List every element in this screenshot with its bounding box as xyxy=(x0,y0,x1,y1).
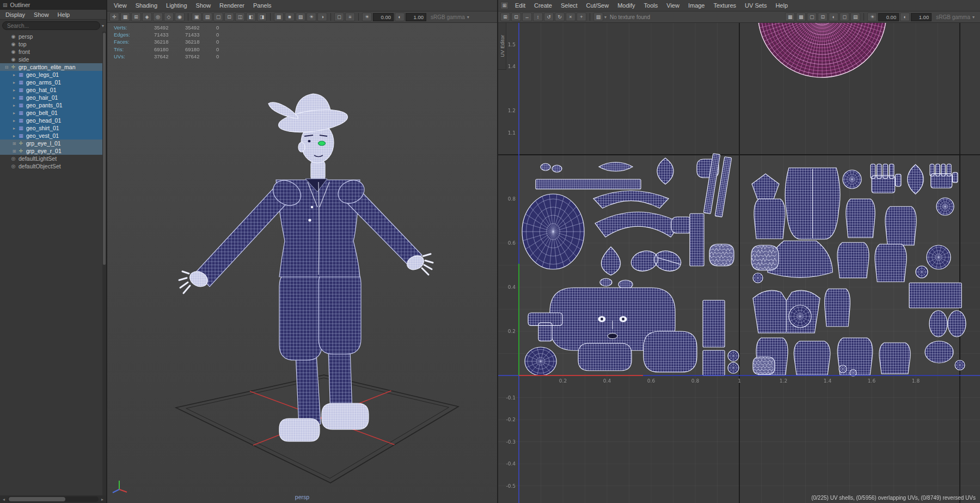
outliner-item-geo-shirt-01[interactable]: ▸▦geo_shirt_01 xyxy=(0,124,106,132)
outliner-item-top[interactable]: ◉top xyxy=(0,40,106,48)
show-manipulator-icon[interactable]: ✛ xyxy=(109,13,119,21)
uv-canvas-area[interactable]: UV Editor (0/225) UV shells, (0/5956) ov… xyxy=(498,23,980,503)
make-live-icon[interactable]: ◉ xyxy=(175,13,185,21)
shape-expander-icon[interactable]: ▸ xyxy=(11,72,17,77)
viewport-menu-lighting[interactable]: Lighting xyxy=(162,2,192,9)
film-gate-icon[interactable]: ◫ xyxy=(235,13,245,21)
gamma-field[interactable] xyxy=(406,13,426,21)
outliner-item-grp-cartton-elite-man[interactable]: ⊟✛grp_cartton_elite_man xyxy=(0,63,106,71)
viewport-menu-renderer[interactable]: Renderer xyxy=(215,2,249,9)
shape-expander-icon[interactable]: ▸ xyxy=(11,111,17,116)
uv-shaded-icon[interactable]: ▦ xyxy=(785,13,795,21)
sew-uv-icon[interactable]: + xyxy=(577,13,586,21)
view-transform-select[interactable]: sRGB gamma ▾ xyxy=(427,14,473,20)
outliner-menu-show[interactable]: Show xyxy=(29,11,53,19)
texture-dropdown-icon[interactable]: ▾ xyxy=(604,15,607,20)
scroll-right-icon[interactable]: ▸ xyxy=(100,497,105,502)
uv-gamma-field[interactable] xyxy=(911,13,932,21)
cut-uv-icon[interactable]: × xyxy=(566,13,575,21)
snap-point-icon[interactable]: ◎ xyxy=(153,13,163,21)
outliner-item-defaultobjectset[interactable]: ◎defaultObjectSet xyxy=(0,162,106,170)
outliner-item-geo-belt-01[interactable]: ▸▦geo_belt_01 xyxy=(0,109,106,117)
expander-icon[interactable]: ⊟ xyxy=(3,65,10,70)
scroll-left-icon[interactable]: ◂ xyxy=(1,497,7,502)
outliner-vscrollbar[interactable] xyxy=(102,32,106,495)
viewport-canvas[interactable] xyxy=(107,23,497,503)
camera-attributes-icon[interactable]: ▣ xyxy=(192,13,201,21)
shape-expander-icon[interactable]: ▸ xyxy=(11,126,17,131)
scrollbar-track[interactable] xyxy=(8,496,99,502)
pan-zoom-icon[interactable]: ⊡ xyxy=(224,13,234,21)
xray-icon[interactable]: ≡ xyxy=(345,13,355,21)
viewport-menu-panels[interactable]: Panels xyxy=(249,2,276,9)
snap-grid-icon[interactable]: ⊞ xyxy=(131,13,141,21)
textured-icon[interactable]: ▨ xyxy=(296,13,305,21)
shape-expander-icon[interactable]: ▸ xyxy=(11,134,17,138)
shadows-icon[interactable]: ◑ xyxy=(317,13,327,21)
scrollbar-thumb[interactable] xyxy=(103,33,106,265)
uv-isolate-icon[interactable]: ◻ xyxy=(840,13,849,21)
exposure-field[interactable] xyxy=(373,13,394,21)
uv-menu-view[interactable]: View xyxy=(662,2,684,9)
outliner-search-input[interactable] xyxy=(2,21,100,30)
uv-menu-select[interactable]: Select xyxy=(556,2,582,9)
expander-icon[interactable]: ⊞ xyxy=(11,149,17,154)
viewport-canvas-area[interactable]: Verts:35492354920Edges:71433714330Faces:… xyxy=(107,23,497,503)
shaded-icon[interactable]: ■ xyxy=(285,13,295,21)
uv-menu-cut-sew[interactable]: Cut/Sew xyxy=(582,2,614,9)
outliner-menu-help[interactable]: Help xyxy=(53,11,75,19)
viewport-menu-view[interactable]: View xyxy=(109,2,131,9)
outliner-item-geo-hair-01[interactable]: ▸▦geo_hair_01 xyxy=(0,94,106,101)
checker-map-icon[interactable]: ▨ xyxy=(593,13,603,21)
rotate-cw-icon[interactable]: ↻ xyxy=(555,13,565,21)
expander-icon[interactable]: ⊞ xyxy=(11,141,17,146)
snap-plane-icon[interactable]: ◇ xyxy=(164,13,174,21)
isolate-select-icon[interactable]: ◻ xyxy=(334,13,344,21)
exposure-icon[interactable]: ☀ xyxy=(867,13,877,21)
gamma-icon[interactable]: ◐ xyxy=(900,13,910,21)
search-filter-dropdown-icon[interactable]: ▾ xyxy=(102,23,104,28)
viewport-menu-shading[interactable]: Shading xyxy=(131,2,162,9)
uv-editor-side-tab[interactable]: UV Editor xyxy=(498,23,506,70)
gamma-icon[interactable]: ◐ xyxy=(395,13,405,21)
uv-pixel-snap-icon[interactable]: ⊡ xyxy=(818,13,828,21)
outliner-item-geo-legs-01[interactable]: ▸▦geo_legs_01 xyxy=(0,71,106,78)
uv-menu-uv-sets[interactable]: UV Sets xyxy=(740,2,771,9)
resolution-gate-icon[interactable]: ◧ xyxy=(246,13,256,21)
outliner-item-geo-hat-01[interactable]: ▸▦geo_hat_01 xyxy=(0,86,106,94)
wireframe-icon[interactable]: ▩ xyxy=(274,13,284,21)
shape-expander-icon[interactable]: ▸ xyxy=(11,103,17,108)
shape-expander-icon[interactable]: ▸ xyxy=(11,95,17,100)
snap-curve-icon[interactable]: ◈ xyxy=(142,13,152,21)
uv-snap-icon[interactable]: ⊡ xyxy=(511,13,521,21)
uv-menu-modify[interactable]: Modify xyxy=(613,2,639,9)
uv-exposure-field[interactable] xyxy=(878,13,899,21)
flip-u-icon[interactable]: ↔ xyxy=(522,13,532,21)
uv-canvas[interactable] xyxy=(498,23,980,503)
rotate-ccw-icon[interactable]: ↺ xyxy=(544,13,554,21)
flip-v-icon[interactable]: ↕ xyxy=(533,13,543,21)
uv-menu-edit[interactable]: Edit xyxy=(511,2,530,9)
panel-divider[interactable] xyxy=(497,0,498,503)
outliner-item-grp-eye-r-01[interactable]: ⊞✛grp_eye_r_01 xyxy=(0,147,106,155)
lights-icon[interactable]: ☀ xyxy=(307,13,316,21)
uv-menu-tools[interactable]: Tools xyxy=(640,2,663,9)
gate-mask-icon[interactable]: ◨ xyxy=(257,13,267,21)
outliner-item-persp[interactable]: ◉persp xyxy=(0,33,106,40)
uv-grid-icon[interactable]: ⊞ xyxy=(500,13,510,21)
uv-distortion-icon[interactable]: ▩ xyxy=(796,13,806,21)
outliner-item-geo-arms-01[interactable]: ▸▦geo_arms_01 xyxy=(0,78,106,86)
viewport-menu-show[interactable]: Show xyxy=(192,2,216,9)
exposure-icon[interactable]: ☀ xyxy=(362,13,372,21)
uv-dim-image-icon[interactable]: ◐ xyxy=(829,13,838,21)
shape-expander-icon[interactable]: ▸ xyxy=(11,80,17,85)
scrollbar-thumb[interactable] xyxy=(9,497,65,501)
select-object-icon[interactable]: ▦ xyxy=(120,13,130,21)
bookmarks-icon[interactable]: ▤ xyxy=(203,13,212,21)
outliner-item-side[interactable]: ◉side xyxy=(0,56,106,63)
uv-menu-textures[interactable]: Textures xyxy=(709,2,740,9)
uv-menu-help[interactable]: Help xyxy=(771,2,792,9)
outliner-hscrollbar[interactable]: ◂ ▸ xyxy=(0,495,106,503)
outliner-item-geo-head-01[interactable]: ▸▦geo_head_01 xyxy=(0,117,106,124)
uv-statistics-icon[interactable]: ▤ xyxy=(850,13,860,21)
